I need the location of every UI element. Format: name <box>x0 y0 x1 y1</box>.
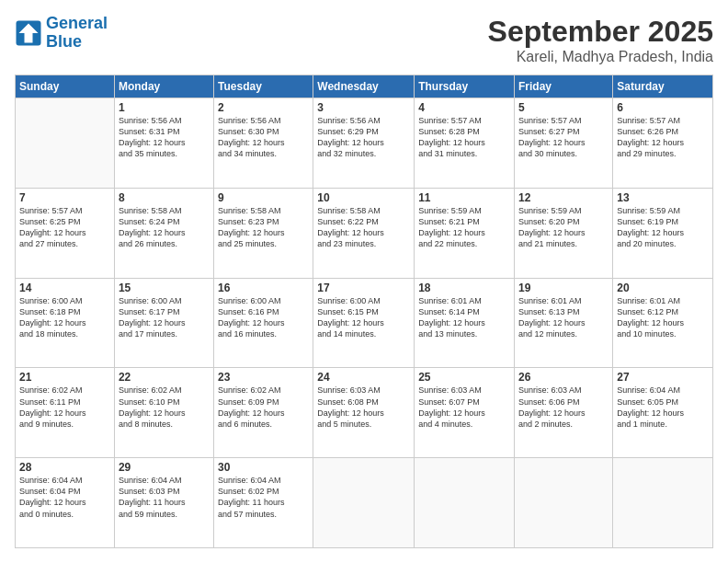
location-title: Kareli, Madhya Pradesh, India <box>488 49 713 65</box>
day-number: 25 <box>418 371 510 384</box>
day-number: 9 <box>218 191 309 204</box>
calendar-cell: 21Sunrise: 6:02 AM Sunset: 6:11 PM Dayli… <box>16 368 115 458</box>
calendar-cell: 8Sunrise: 5:58 AM Sunset: 6:24 PM Daylig… <box>114 188 213 278</box>
calendar-cell <box>16 98 115 189</box>
logo-line2: Blue <box>46 32 82 51</box>
calendar-cell: 30Sunrise: 6:04 AM Sunset: 6:02 PM Dayli… <box>214 458 313 548</box>
day-number: 10 <box>317 191 410 204</box>
day-number: 22 <box>119 371 210 384</box>
day-number: 8 <box>119 191 210 204</box>
day-number: 5 <box>518 101 609 114</box>
calendar-cell: 25Sunrise: 6:03 AM Sunset: 6:07 PM Dayli… <box>415 368 515 458</box>
day-detail: Sunrise: 5:57 AM Sunset: 6:25 PM Dayligh… <box>19 205 110 250</box>
day-number: 2 <box>218 101 309 114</box>
month-title: September 2025 <box>488 15 713 49</box>
calendar-cell: 10Sunrise: 5:58 AM Sunset: 6:22 PM Dayli… <box>313 188 415 278</box>
day-number: 27 <box>617 371 709 384</box>
day-number: 28 <box>19 461 110 474</box>
page: General Blue September 2025 Kareli, Madh… <box>0 0 728 563</box>
calendar-cell: 15Sunrise: 6:00 AM Sunset: 6:17 PM Dayli… <box>114 278 213 368</box>
day-number: 18 <box>418 282 510 294</box>
calendar-cell: 4Sunrise: 5:57 AM Sunset: 6:28 PM Daylig… <box>415 98 515 189</box>
weekday-header-cell: Tuesday <box>214 75 313 98</box>
day-number: 20 <box>617 282 709 294</box>
calendar-week-row: 1Sunrise: 5:56 AM Sunset: 6:31 PM Daylig… <box>16 98 713 189</box>
calendar-cell: 2Sunrise: 5:56 AM Sunset: 6:30 PM Daylig… <box>214 98 313 189</box>
weekday-header-cell: Wednesday <box>313 75 415 98</box>
day-detail: Sunrise: 6:04 AM Sunset: 6:02 PM Dayligh… <box>218 475 309 520</box>
title-block: September 2025 Kareli, Madhya Pradesh, I… <box>488 15 713 65</box>
calendar-cell: 29Sunrise: 6:04 AM Sunset: 6:03 PM Dayli… <box>114 458 213 548</box>
calendar-week-row: 21Sunrise: 6:02 AM Sunset: 6:11 PM Dayli… <box>16 368 713 458</box>
calendar-cell <box>313 458 415 548</box>
day-number: 30 <box>218 461 309 474</box>
weekday-header: SundayMondayTuesdayWednesdayThursdayFrid… <box>16 75 713 98</box>
day-detail: Sunrise: 6:01 AM Sunset: 6:12 PM Dayligh… <box>617 295 709 340</box>
day-detail: Sunrise: 6:01 AM Sunset: 6:14 PM Dayligh… <box>418 295 510 340</box>
day-number: 16 <box>218 282 309 294</box>
calendar-cell: 28Sunrise: 6:04 AM Sunset: 6:04 PM Dayli… <box>16 458 115 548</box>
calendar-table: SundayMondayTuesdayWednesdayThursdayFrid… <box>15 75 713 548</box>
day-detail: Sunrise: 5:56 AM Sunset: 6:29 PM Dayligh… <box>317 115 410 160</box>
weekday-header-cell: Monday <box>114 75 213 98</box>
day-number: 17 <box>317 282 410 294</box>
day-detail: Sunrise: 5:58 AM Sunset: 6:24 PM Dayligh… <box>119 205 210 250</box>
logo-text: General Blue <box>46 15 108 52</box>
day-number: 21 <box>19 371 110 384</box>
day-detail: Sunrise: 5:57 AM Sunset: 6:28 PM Dayligh… <box>418 115 510 160</box>
day-number: 15 <box>119 282 210 294</box>
day-detail: Sunrise: 6:04 AM Sunset: 6:03 PM Dayligh… <box>119 475 210 520</box>
day-detail: Sunrise: 6:03 AM Sunset: 6:08 PM Dayligh… <box>317 385 410 430</box>
calendar-cell: 27Sunrise: 6:04 AM Sunset: 6:05 PM Dayli… <box>613 368 713 458</box>
calendar-cell: 20Sunrise: 6:01 AM Sunset: 6:12 PM Dayli… <box>613 278 713 368</box>
day-detail: Sunrise: 6:01 AM Sunset: 6:13 PM Dayligh… <box>518 295 609 340</box>
day-detail: Sunrise: 5:58 AM Sunset: 6:22 PM Dayligh… <box>317 205 410 250</box>
day-number: 12 <box>518 191 609 204</box>
header: General Blue September 2025 Kareli, Madh… <box>15 15 713 65</box>
calendar-cell: 6Sunrise: 5:57 AM Sunset: 6:26 PM Daylig… <box>613 98 713 189</box>
calendar-cell: 9Sunrise: 5:58 AM Sunset: 6:23 PM Daylig… <box>214 188 313 278</box>
day-detail: Sunrise: 5:56 AM Sunset: 6:30 PM Dayligh… <box>218 115 309 160</box>
calendar-cell: 24Sunrise: 6:03 AM Sunset: 6:08 PM Dayli… <box>313 368 415 458</box>
day-number: 26 <box>518 371 609 384</box>
day-detail: Sunrise: 6:04 AM Sunset: 6:04 PM Dayligh… <box>19 475 110 520</box>
calendar-cell: 1Sunrise: 5:56 AM Sunset: 6:31 PM Daylig… <box>114 98 213 189</box>
weekday-header-cell: Friday <box>515 75 613 98</box>
logo-line1: General <box>46 14 108 32</box>
day-detail: Sunrise: 6:00 AM Sunset: 6:17 PM Dayligh… <box>119 295 210 340</box>
calendar-cell <box>515 458 613 548</box>
weekday-header-cell: Sunday <box>16 75 115 98</box>
day-detail: Sunrise: 5:59 AM Sunset: 6:21 PM Dayligh… <box>418 205 510 250</box>
day-number: 4 <box>418 101 510 114</box>
day-detail: Sunrise: 6:03 AM Sunset: 6:07 PM Dayligh… <box>418 385 510 430</box>
day-detail: Sunrise: 6:03 AM Sunset: 6:06 PM Dayligh… <box>518 385 609 430</box>
calendar-cell: 5Sunrise: 5:57 AM Sunset: 6:27 PM Daylig… <box>515 98 613 189</box>
calendar-cell: 18Sunrise: 6:01 AM Sunset: 6:14 PM Dayli… <box>415 278 515 368</box>
day-detail: Sunrise: 6:02 AM Sunset: 6:11 PM Dayligh… <box>19 385 110 430</box>
day-number: 3 <box>317 101 410 114</box>
day-number: 7 <box>19 191 110 204</box>
calendar-body: 1Sunrise: 5:56 AM Sunset: 6:31 PM Daylig… <box>16 98 713 548</box>
calendar-cell <box>613 458 713 548</box>
day-number: 29 <box>119 461 210 474</box>
day-number: 19 <box>518 282 609 294</box>
calendar-cell: 7Sunrise: 5:57 AM Sunset: 6:25 PM Daylig… <box>16 188 115 278</box>
calendar-cell: 11Sunrise: 5:59 AM Sunset: 6:21 PM Dayli… <box>415 188 515 278</box>
calendar-cell <box>415 458 515 548</box>
day-number: 6 <box>617 101 709 114</box>
day-number: 23 <box>218 371 309 384</box>
day-detail: Sunrise: 5:56 AM Sunset: 6:31 PM Dayligh… <box>119 115 210 160</box>
day-detail: Sunrise: 6:02 AM Sunset: 6:10 PM Dayligh… <box>119 385 210 430</box>
day-detail: Sunrise: 6:00 AM Sunset: 6:16 PM Dayligh… <box>218 295 309 340</box>
day-detail: Sunrise: 6:04 AM Sunset: 6:05 PM Dayligh… <box>617 385 709 430</box>
calendar-cell: 16Sunrise: 6:00 AM Sunset: 6:16 PM Dayli… <box>214 278 313 368</box>
day-number: 1 <box>119 101 210 114</box>
logo: General Blue <box>15 15 108 52</box>
calendar-cell: 22Sunrise: 6:02 AM Sunset: 6:10 PM Dayli… <box>114 368 213 458</box>
day-number: 14 <box>19 282 110 294</box>
calendar-week-row: 7Sunrise: 5:57 AM Sunset: 6:25 PM Daylig… <box>16 188 713 278</box>
day-detail: Sunrise: 5:59 AM Sunset: 6:20 PM Dayligh… <box>518 205 609 250</box>
day-number: 24 <box>317 371 410 384</box>
day-detail: Sunrise: 5:58 AM Sunset: 6:23 PM Dayligh… <box>218 205 309 250</box>
calendar-week-row: 14Sunrise: 6:00 AM Sunset: 6:18 PM Dayli… <box>16 278 713 368</box>
